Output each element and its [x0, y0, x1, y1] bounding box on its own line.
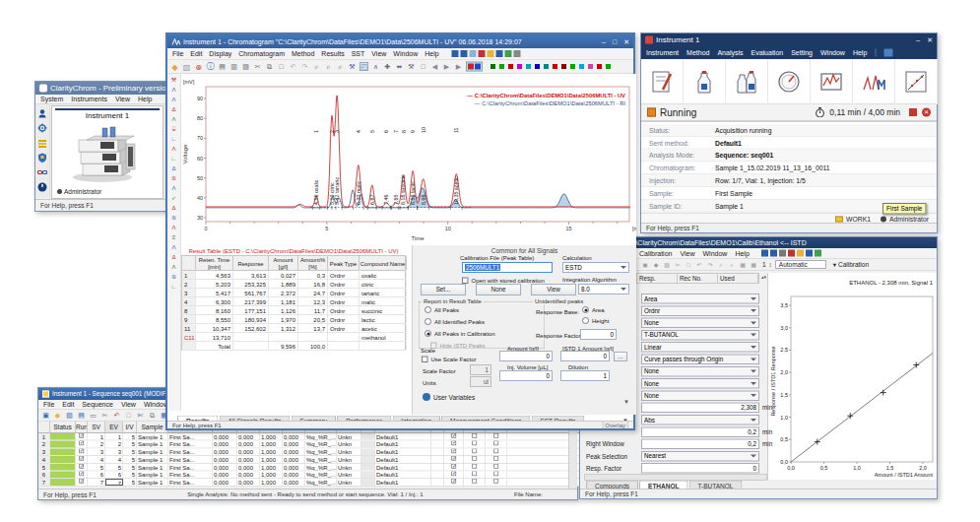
tool-icon-2[interactable]: ⬌	[395, 62, 404, 71]
chromatogram-menu-chromatogram[interactable]: Chromatogram	[238, 50, 285, 58]
scale-factor-input[interactable]: 1	[470, 364, 491, 375]
report-radio-0[interactable]: All Peaks	[425, 306, 459, 313]
overlay-toggle-icon[interactable]	[466, 62, 483, 72]
run-checkbox[interactable]	[78, 448, 85, 453]
calibration-menubar-icon-0[interactable]	[761, 250, 768, 257]
edit-icon-3[interactable]: ✂	[253, 62, 262, 71]
edit-icon-5[interactable]: □	[277, 62, 286, 71]
use-scale-checkbox[interactable]: Use Scale Factor	[422, 356, 477, 362]
calibration-toolbar-icon-7[interactable]: ⌕	[717, 261, 725, 269]
chromatogram-menubar-icon-3[interactable]	[479, 50, 486, 57]
calibration-row-dropdown[interactable]: Area	[641, 294, 759, 304]
close-file-icon[interactable]: ⊗	[194, 62, 203, 71]
istd-more-button[interactable]: ...	[614, 352, 627, 361]
chromatogram-menu-file[interactable]: File	[172, 50, 183, 58]
sequence-check[interactable]	[467, 479, 481, 484]
clarity-menu-instruments[interactable]: Instruments	[71, 96, 107, 103]
chromatogram-tool-icon-1[interactable]: Λ	[169, 86, 179, 94]
clarity-menu-system[interactable]: System	[40, 96, 63, 103]
method-setup-button[interactable]	[641, 59, 684, 104]
shield-icon[interactable]	[37, 153, 47, 163]
undo-redo-icon-0[interactable]: ↶	[289, 62, 297, 71]
run-checkbox[interactable]	[78, 441, 85, 446]
sequence-check[interactable]	[489, 456, 502, 461]
result-table-row[interactable]: 35,417561,7672,37224,7Ordnrtartaric	[181, 289, 406, 297]
folder-icon[interactable]	[37, 138, 47, 148]
device-monitor-button[interactable]	[768, 59, 811, 104]
calibration-row-dropdown[interactable]: None	[641, 390, 759, 401]
stop-button[interactable]	[909, 108, 917, 116]
calibration-toolbar-icon-3[interactable]: ✂	[674, 261, 682, 269]
instrument-menu-method[interactable]: Method	[686, 49, 709, 57]
sequence-check[interactable]	[467, 433, 481, 438]
calibration-toolbar-icon-8[interactable]: ⌕	[728, 261, 736, 269]
signal-swatch-12[interactable]	[597, 64, 602, 69]
calibration-menu-help[interactable]: Help	[735, 249, 749, 257]
sequence-toolbar-icon-0[interactable]: ▣	[41, 411, 50, 420]
chromatogram-menu-edit[interactable]: Edit	[190, 50, 202, 58]
edit-icon-0[interactable]: ▤	[218, 62, 227, 71]
report-radio-1[interactable]: All Identified Peaks	[425, 318, 485, 325]
user-variables-button[interactable]: User Variables	[423, 393, 475, 401]
sequence-row[interactable]: 2225Sample 1First Sa...0,0000,0001,0000,…	[38, 441, 579, 449]
sequence-menu-view[interactable]: View	[121, 401, 136, 409]
edit-icon-1[interactable]: ▥	[229, 62, 238, 71]
undo-redo-icon-1[interactable]: ↷	[300, 62, 309, 71]
tool-icon-3[interactable]: ⚒	[407, 62, 416, 71]
nav-icon-1[interactable]: ▶	[442, 62, 451, 71]
chromatogram-tool-icon-18[interactable]: Δ	[169, 253, 179, 261]
calibration-row-dropdown[interactable]: Linear	[641, 342, 759, 353]
instrument-menu-setting[interactable]: Setting	[791, 49, 813, 57]
chromatogram-menubar-icon-4[interactable]	[488, 50, 494, 57]
instrument-titlebar[interactable]: Instrument 1–✕	[641, 33, 937, 46]
chromatogram-tool-icon-7[interactable]: Λ	[169, 145, 179, 153]
calibration-menubar-icon-1[interactable]	[770, 250, 777, 257]
calibration-menubar-icon-5[interactable]	[806, 250, 813, 257]
calibration-menubar-icon-2[interactable]	[779, 250, 786, 257]
signal-swatch-7[interactable]	[553, 64, 557, 69]
run-checkbox[interactable]	[78, 464, 85, 469]
sequence-check[interactable]	[447, 441, 460, 446]
calibration-toolbar-icon-9[interactable]: ▦	[739, 261, 747, 269]
close-button[interactable]: ✕	[927, 36, 933, 44]
signal-swatch-13[interactable]	[606, 64, 611, 69]
edit-icon-4[interactable]: ⧉	[265, 62, 274, 71]
chromatogram-menubar-icon-7[interactable]	[514, 50, 521, 57]
select-icon[interactable]: ◰	[359, 62, 368, 71]
calibration-toolbar-icon-10[interactable]: ▦	[750, 261, 757, 269]
chromatogram-menubar-icon-0[interactable]	[452, 50, 459, 57]
sequence-check[interactable]	[489, 448, 502, 453]
hide-istd-checkbox[interactable]: Hide ISTD Peaks	[430, 342, 486, 349]
calibration-menu-calibration[interactable]: Calibration	[639, 249, 672, 257]
calibration-toolbar-icon-6[interactable]: ↷	[706, 261, 714, 269]
zoom-icon-0[interactable]: ⌕	[312, 62, 321, 71]
tool-icon-0[interactable]: ∧	[371, 62, 380, 71]
signal-swatch-11[interactable]	[588, 64, 593, 69]
calibration-toolbar-icon-0[interactable]: ▣	[641, 261, 649, 269]
result-table-row[interactable]: 25,203253,3251,88916,8Ordnrcitric	[181, 280, 406, 289]
sequence-check[interactable]	[447, 479, 460, 484]
chromatogram-tool-icon-10[interactable]: ≋	[169, 174, 179, 182]
wrench-icon[interactable]: ⚒	[348, 62, 357, 71]
edit-icon-2[interactable]: ▨	[241, 62, 250, 71]
sequence-check[interactable]	[447, 472, 460, 477]
sequence-menu-sequence[interactable]: Sequence	[82, 401, 113, 409]
set-button[interactable]: Set...	[421, 284, 466, 295]
signal-swatch-8[interactable]	[561, 64, 566, 69]
report-radio-2[interactable]: All Peaks in Calibration	[425, 330, 495, 337]
chromatogram-tool-icon-2[interactable]: Λ	[169, 96, 179, 103]
base-radio-0[interactable]: Area	[582, 306, 605, 313]
result-table-row[interactable]: C1113,710methanol	[181, 333, 406, 342]
sequence-toolbar-icon-8[interactable]: ✄	[136, 411, 145, 420]
save-icon[interactable]: ▧	[182, 62, 191, 71]
view-button[interactable]: View	[531, 284, 576, 295]
sequence-row[interactable]: 7775Sample 1First Sa...0,0000,0001,0000,…	[38, 479, 579, 487]
calibration-toolbar-icon-1[interactable]: ◆	[652, 261, 660, 269]
clarity-menu-view[interactable]: View	[115, 96, 130, 103]
chromatogram-tool-icon-14[interactable]: ≋	[169, 214, 179, 222]
calibration-row-dropdown[interactable]: Nearest	[641, 451, 759, 462]
chromatogram-menubar-icon-6[interactable]	[505, 50, 512, 57]
calibration-grid-scroll[interactable]: ▴▾	[761, 274, 766, 280]
run-checkbox[interactable]	[78, 479, 85, 484]
chromatogram-tool-icon-15[interactable]: Λ	[169, 224, 179, 231]
